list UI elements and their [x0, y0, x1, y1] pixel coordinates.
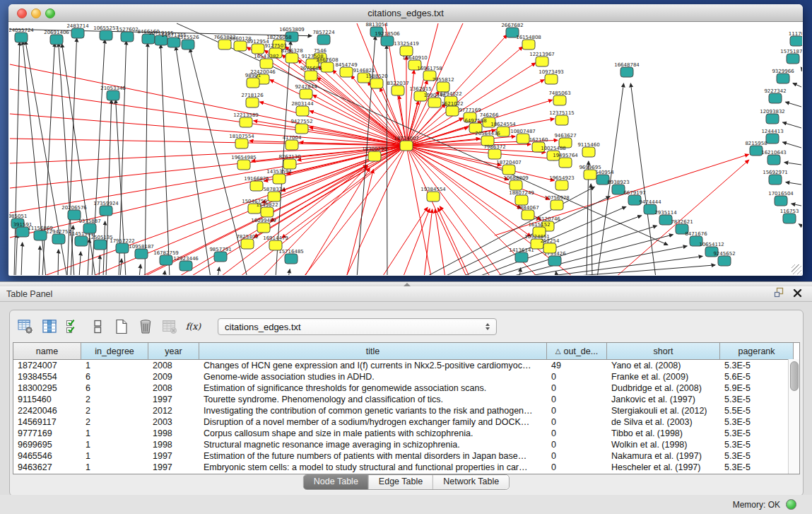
- network-file-select[interactable]: citations_edges.txt: [218, 318, 497, 335]
- zoom-window-button[interactable]: [45, 8, 55, 18]
- network-node[interactable]: 16099489: [251, 218, 276, 233]
- network-node[interactable]: 19654923: [549, 175, 575, 190]
- network-node[interactable]: 9115460: [577, 142, 599, 157]
- table-row[interactable]: 977716911998Corpus callosum shape and si…: [13, 428, 799, 439]
- network-node[interactable]: 9857791: [209, 247, 231, 262]
- minimize-window-button[interactable]: [31, 8, 41, 18]
- table-row[interactable]: 1938455462009Genome-wide association stu…: [13, 371, 799, 382]
- network-node[interactable]: 116753: [780, 209, 799, 223]
- network-view-window[interactable]: citations_edges.txt 24055724206914062483…: [8, 4, 803, 276]
- svg-text:10654112: 10654112: [699, 242, 724, 247]
- network-node[interactable]: 15751874: [780, 49, 802, 64]
- network-canvas-area[interactable]: 2405572420691406248371410655257152760284…: [9, 22, 802, 275]
- svg-text:1549822: 1549822: [256, 202, 278, 208]
- network-node[interactable]: 7986372: [483, 144, 505, 159]
- network-node[interactable]: 10688809: [503, 175, 529, 190]
- tab-edge-table[interactable]: Edge Table: [369, 475, 433, 489]
- table-row[interactable]: 946362711997Embryonic stem cells: a mode…: [13, 462, 799, 473]
- column-header-year[interactable]: year: [148, 343, 199, 359]
- network-node[interactable]: 9245652: [713, 251, 735, 266]
- svg-text:19384554: 19384554: [420, 187, 446, 192]
- close-panel-icon[interactable]: [793, 288, 802, 300]
- table-scrollbar-thumb[interactable]: [790, 361, 799, 391]
- network-node[interactable]: 9427552: [290, 119, 312, 134]
- column-header-out_degree[interactable]: △out_de...: [547, 343, 607, 359]
- network-node[interactable]: 16210643: [761, 150, 787, 165]
- tab-node-table[interactable]: Node Table: [304, 475, 369, 489]
- window-resize-grip[interactable]: [792, 264, 801, 274]
- column-chooser-icon[interactable]: [40, 317, 59, 337]
- network-node[interactable]: 10655257: [93, 25, 119, 40]
- network-node[interactable]: 11170: [789, 31, 802, 46]
- table-row[interactable]: 1872400712008Changes of HCN gene express…: [13, 360, 799, 371]
- network-node[interactable]: 9329966: [772, 69, 794, 83]
- network-node[interactable]: 14353594: [266, 169, 292, 184]
- column-header-short[interactable]: short: [607, 343, 720, 359]
- function-icon[interactable]: f(x): [184, 317, 203, 337]
- network-node[interactable]: 12093832: [760, 109, 785, 124]
- column-header-title[interactable]: title: [199, 343, 547, 359]
- table-row[interactable]: 911546021997Tourette syndrome. Phenomeno…: [13, 394, 799, 405]
- row-check-icon[interactable]: [64, 317, 83, 337]
- table-row[interactable]: 969969511998Structural magnetic resonanc…: [13, 439, 799, 450]
- network-node[interactable]: 19384554: [420, 187, 446, 201]
- table-row[interactable]: 1830029562008Estimation of significance …: [13, 382, 799, 394]
- network-node[interactable]: 98901: [245, 73, 261, 88]
- network-node[interactable]: 7955812: [432, 77, 454, 92]
- network-node[interactable]: 16543382: [254, 54, 279, 69]
- network-node[interactable]: 7485063: [548, 90, 570, 105]
- network-node[interactable]: 9227342: [764, 88, 786, 103]
- network-node[interactable]: 20691406: [44, 30, 69, 45]
- float-panel-icon[interactable]: [774, 287, 784, 300]
- svg-text:17016504: 17016504: [768, 191, 794, 197]
- table-row[interactable]: 946554611997Estimation of the future num…: [13, 450, 799, 462]
- svg-text:5878334: 5878334: [263, 187, 286, 192]
- network-node[interactable]: 10958187: [129, 244, 154, 259]
- network-node[interactable]: 8322037: [387, 81, 408, 95]
- close-window-button[interactable]: [17, 8, 27, 18]
- network-node[interactable]: 18807249: [509, 190, 534, 205]
- tab-network-table[interactable]: Network Table: [433, 475, 509, 489]
- network-node[interactable]: 7857224: [312, 30, 335, 45]
- import-table-disabled-icon[interactable]: [160, 317, 179, 337]
- column-header-name[interactable]: name: [13, 343, 81, 359]
- svg-text:16961758: 16961758: [417, 66, 442, 71]
- citation-edge-black: [387, 45, 387, 275]
- network-node[interactable]: 10973493: [539, 69, 564, 84]
- network-node[interactable]: 24055724: [9, 28, 34, 42]
- stacked-rows-icon[interactable]: [88, 317, 107, 337]
- svg-text:18107554: 18107554: [229, 134, 254, 139]
- network-canvas[interactable]: 2405572420691406248371410655257152760284…: [9, 22, 802, 275]
- table-row[interactable]: 1456911722003Disruption of a novel membe…: [13, 416, 799, 428]
- network-node[interactable]: 12923446: [173, 256, 199, 271]
- network-node[interactable]: 12942757: [46, 229, 71, 244]
- network-node[interactable]: 2803144: [291, 101, 314, 116]
- network-node[interactable]: 12375115: [549, 110, 575, 125]
- status-bar: Memory: OK: [0, 495, 812, 514]
- network-node[interactable]: 2718126: [241, 93, 264, 107]
- network-node[interactable]: 18720407: [496, 160, 522, 175]
- svg-text:11170: 11170: [789, 31, 802, 37]
- column-header-in_degree[interactable]: in_degree: [81, 343, 148, 359]
- new-document-icon[interactable]: [112, 317, 131, 337]
- table-settings-icon[interactable]: [16, 317, 35, 337]
- svg-text:9474444: 9474444: [639, 199, 661, 205]
- table-row[interactable]: 2242004622012Investigating the contribut…: [13, 405, 799, 416]
- network-node[interactable]: 13325419: [394, 41, 419, 56]
- table-scrollbar[interactable]: [788, 359, 799, 474]
- network-node[interactable]: 16648784: [614, 62, 640, 77]
- network-node[interactable]: 12213589: [233, 112, 259, 127]
- network-node[interactable]: 20206576: [61, 205, 87, 220]
- network-node[interactable]: 21053346: [100, 86, 126, 100]
- network-node[interactable]: 15692971: [763, 170, 788, 185]
- network-node[interactable]: 8186328: [281, 48, 302, 63]
- network-node[interactable]: 16914479: [263, 235, 288, 250]
- network-node[interactable]: 16154808: [516, 35, 541, 49]
- network-node[interactable]: 1527602: [116, 27, 138, 42]
- network-node[interactable]: 9242844: [295, 84, 317, 99]
- column-header-pagerank[interactable]: pagerank: [720, 343, 794, 359]
- network-window-titlebar[interactable]: citations_edges.txt: [8, 4, 803, 22]
- delete-icon[interactable]: [136, 317, 155, 337]
- network-node[interactable]: 17016504: [768, 191, 794, 206]
- network-window-title: citations_edges.txt: [367, 8, 444, 18]
